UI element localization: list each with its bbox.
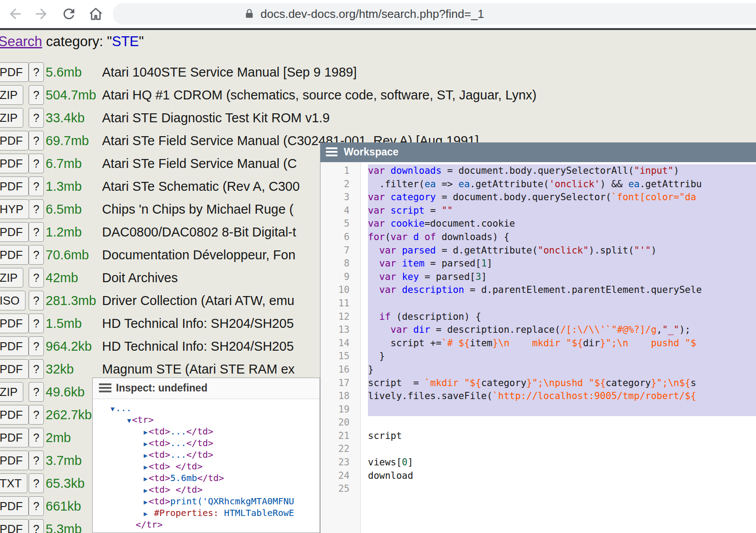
file-type-button[interactable]: PDF	[0, 62, 29, 82]
file-type-button[interactable]: PDF	[0, 428, 29, 447]
code-token: `http://localhost:9005/tmp/robert/${	[492, 391, 696, 401]
code-token: );	[679, 324, 690, 335]
home-icon[interactable]	[88, 6, 104, 22]
file-type-button[interactable]: PDF	[0, 336, 29, 356]
code-token	[385, 218, 391, 229]
file-size: 69.7mb	[46, 133, 89, 148]
tree-token: <td>	[149, 426, 170, 437]
line-number: 21	[320, 430, 360, 443]
file-type-button[interactable]: PDF	[0, 154, 29, 173]
code-token: d	[413, 232, 419, 242]
file-type-button[interactable]: PDF	[0, 519, 29, 533]
code-area[interactable]: var downloads = document.body.querySelec…	[361, 162, 756, 533]
help-button[interactable]: ?	[29, 291, 44, 310]
code-line: lively.files.saveFile(`http://localhost:…	[368, 390, 756, 403]
line-number: 22	[320, 443, 360, 456]
file-type-button[interactable]: ZIP	[0, 382, 23, 402]
lock-icon[interactable]	[243, 8, 255, 20]
menu-icon[interactable]	[99, 383, 111, 393]
expand-arrow-icon[interactable]: ▶	[144, 486, 148, 494]
code-token: downloads) {	[436, 232, 509, 242]
help-button[interactable]: ?	[29, 519, 44, 533]
tree-token: ...	[115, 403, 132, 413]
file-type-button[interactable]: PDF	[0, 405, 29, 425]
file-type-button[interactable]: PDF	[0, 222, 29, 242]
back-icon[interactable]	[7, 6, 23, 22]
code-line: var category = document.body.querySelect…	[368, 191, 756, 204]
file-type-button[interactable]: PDF	[0, 451, 29, 470]
tree-token: </td>	[186, 449, 213, 460]
expand-arrow-icon[interactable]: ▶	[144, 510, 148, 518]
reload-icon[interactable]	[61, 6, 77, 22]
file-type-button[interactable]: HYP	[0, 199, 29, 219]
url-text[interactable]: docs.dev-docs.org/htm/search.php?find=_1	[261, 7, 484, 21]
code-token: (	[385, 232, 391, 242]
file-type-button[interactable]: PDF	[0, 496, 29, 516]
help-button[interactable]: ?	[29, 154, 44, 173]
help-button[interactable]: ?	[29, 451, 44, 470]
help-button[interactable]: ?	[29, 222, 44, 242]
dom-tree-node: ▶ #Properties: HTMLTableRowE	[144, 507, 294, 519]
help-button[interactable]: ?	[29, 336, 44, 356]
dom-tree-node: ▶<td>...</td>	[144, 449, 214, 460]
url-bar[interactable]: docs.dev-docs.org/htm/search.php?find=_1	[113, 3, 756, 25]
file-size: 33.4kb	[46, 111, 85, 125]
file-type-button[interactable]: PDF	[0, 245, 29, 265]
expand-arrow-icon[interactable]: ▶	[144, 498, 148, 506]
help-button[interactable]: ?	[29, 176, 44, 196]
help-button[interactable]: ?	[29, 314, 44, 333]
expand-arrow-icon[interactable]: ▶	[144, 475, 148, 483]
help-button[interactable]: ?	[29, 108, 44, 128]
inspect-titlebar[interactable]: Inspect: undefined	[93, 378, 320, 399]
collapse-arrow-icon[interactable]: ▼	[127, 417, 131, 425]
help-button[interactable]: ?	[29, 473, 44, 493]
dom-tree[interactable]: ▼...▼<tr>▶<td>...</td>▶<td>...</td>▶<td>…	[93, 402, 320, 533]
file-type-button[interactable]: PDF	[0, 131, 29, 150]
file-type-button[interactable]: ZIP	[0, 85, 23, 105]
line-number: 5	[320, 217, 360, 231]
file-type-button[interactable]: PDF	[0, 359, 29, 379]
code-token: ]	[481, 271, 487, 282]
expand-arrow-icon[interactable]: ▶	[144, 428, 148, 436]
code-token: }";\n pushd "$	[600, 338, 696, 348]
code-token: ]	[408, 457, 414, 468]
expand-arrow-icon[interactable]: ▶	[144, 440, 148, 448]
help-button[interactable]: ?	[29, 382, 44, 402]
file-type-button[interactable]: TXT	[0, 473, 27, 493]
code-token: dir	[583, 338, 600, 348]
file-type-button[interactable]: ZIP	[0, 268, 23, 288]
file-size: 32kb	[46, 362, 74, 377]
expand-arrow-icon[interactable]: ▶	[144, 451, 148, 460]
tree-token: </td>	[175, 484, 202, 495]
collapse-arrow-icon[interactable]: ▼	[111, 405, 115, 413]
file-type-button[interactable]: ISO	[0, 291, 26, 310]
forward-icon[interactable]	[33, 6, 49, 22]
line-number-gutter: 1234567891011121314151617181920212223242…	[320, 162, 361, 533]
help-button[interactable]: ?	[29, 359, 44, 379]
code-line: .filter(ea => ea.getAttribute('onclick')…	[368, 178, 756, 191]
help-button[interactable]: ?	[29, 496, 44, 516]
code-token: .filter(	[368, 179, 424, 189]
help-button[interactable]: ?	[29, 405, 44, 425]
tree-token: print('QXRhcmkgMTA0MFNU	[170, 496, 294, 507]
help-button[interactable]: ?	[29, 85, 44, 105]
inspect-window: Inspect: undefined ▼...▼<tr>▶<td>...</td…	[92, 378, 320, 533]
file-type-button[interactable]: ZIP	[0, 108, 23, 128]
menu-icon[interactable]	[326, 147, 337, 157]
code-editor[interactable]: 1234567891011121314151617181920212223242…	[320, 162, 756, 533]
expand-arrow-icon[interactable]: ▶	[144, 463, 148, 471]
help-button[interactable]: ?	[29, 428, 44, 447]
line-number: 14	[320, 337, 360, 350]
help-button[interactable]: ?	[29, 268, 44, 288]
help-button[interactable]: ?	[29, 131, 44, 150]
help-button[interactable]: ?	[29, 199, 44, 219]
file-type-button[interactable]: PDF	[0, 176, 29, 196]
file-type-button[interactable]: PDF	[0, 314, 29, 333]
help-button[interactable]: ?	[29, 245, 44, 265]
file-title: HD Technical Info: SH204/SH205	[102, 316, 294, 331]
code-token: var	[391, 324, 408, 335]
code-line: script +=`# ${item}\n mkdir "${dir}";\n …	[368, 337, 756, 350]
workspace-titlebar[interactable]: Workspace	[320, 142, 756, 162]
help-button[interactable]: ?	[29, 62, 44, 82]
code-line: download	[368, 469, 756, 483]
